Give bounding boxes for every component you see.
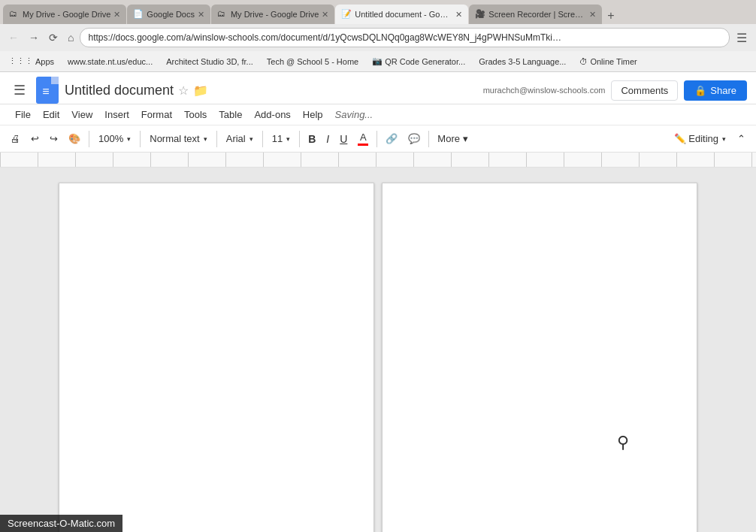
more-button[interactable]: More ▾ <box>433 130 472 147</box>
forward-button[interactable]: → <box>25 29 43 46</box>
tab-close-my-drive-2[interactable]: ✕ <box>322 10 328 20</box>
tab-title-untitled: Untitled document - Goo… <box>355 10 452 19</box>
font-size-select[interactable]: 11 ▾ <box>267 130 295 147</box>
font-value: Arial <box>226 133 246 144</box>
tab-screen-rec[interactable]: 🎥 Screen Recorder | Scree… ✕ <box>469 5 602 24</box>
share-lock-icon: 🔒 <box>694 85 706 96</box>
text-color-button[interactable]: A <box>353 128 373 149</box>
paint-format-button[interactable]: 🎨 <box>64 130 85 147</box>
bookmark-architect[interactable]: Architect Studio 3D, fr... <box>162 56 257 68</box>
separator-6 <box>376 131 377 147</box>
underline-button[interactable]: U <box>335 130 352 148</box>
doc-title-area: Untitled document ☆ 📁 <box>65 83 208 98</box>
bookmark-state-label: www.state.nt.us/educ... <box>68 57 153 66</box>
hamburger-menu-button[interactable]: ☰ <box>9 79 30 101</box>
docs-app: ☰ ≡ Untitled document ☆ 📁 murachch@winsl… <box>0 72 756 532</box>
share-label: Share <box>710 85 736 96</box>
bookmark-grades[interactable]: Grades 3-5 Language... <box>475 56 570 68</box>
bookmark-state[interactable]: www.state.nt.us/educ... <box>64 56 156 68</box>
bookmark-architect-label: Architect Studio 3D, fr... <box>166 57 253 66</box>
back-button[interactable]: ← <box>5 29 23 46</box>
tab-close-untitled[interactable]: ✕ <box>455 10 462 20</box>
bold-button[interactable]: B <box>304 130 320 148</box>
star-icon[interactable]: ☆ <box>178 83 189 98</box>
doc-page-wrapper: ⚲ <box>59 183 697 532</box>
tab-title-google-docs: Google Docs <box>147 10 195 19</box>
browser-menu-button[interactable]: ☰ <box>732 29 751 47</box>
editing-mode-select[interactable]: ✏️ Editing ▾ <box>669 130 731 147</box>
separator-5 <box>299 131 300 147</box>
style-select[interactable]: Normal text ▾ <box>144 130 212 147</box>
qr-icon: 📷 <box>372 56 383 66</box>
menu-addons[interactable]: Add-ons <box>248 106 296 123</box>
bookmark-qr-label: QR Code Generator... <box>385 57 465 66</box>
home-button[interactable]: ⌂ <box>64 29 77 46</box>
tab-close-screen-rec[interactable]: ✕ <box>589 10 596 20</box>
font-select[interactable]: Arial ▾ <box>221 130 259 147</box>
comments-button[interactable]: Comments <box>611 80 678 101</box>
doc-page-right[interactable]: ⚲ <box>382 183 697 532</box>
doc-title[interactable]: Untitled document <box>65 83 174 98</box>
bookmark-tech-label: Tech @ School 5 - Home <box>267 57 358 66</box>
menu-edit[interactable]: Edit <box>37 106 65 123</box>
text-cursor-icon: ⚲ <box>617 433 629 452</box>
undo-button[interactable]: ↩ <box>26 130 44 147</box>
italic-button[interactable]: I <box>322 130 334 148</box>
tab-my-drive-2[interactable]: 🗂 My Drive - Google Drive ✕ <box>211 5 334 24</box>
text-color-icon: A <box>358 131 368 146</box>
menu-insert[interactable]: Insert <box>98 106 135 123</box>
collapse-toolbar-button[interactable]: ⌃ <box>733 130 750 147</box>
zoom-select[interactable]: 100% ▾ <box>93 130 136 147</box>
separator-4 <box>262 131 263 147</box>
doc-pages: ⚲ <box>0 183 756 517</box>
font-chevron-icon: ▾ <box>249 135 253 143</box>
address-bar[interactable] <box>80 28 730 47</box>
folder-icon[interactable]: 📁 <box>193 83 208 98</box>
tab-favicon-my-drive: 🗂 <box>9 9 20 20</box>
redo-button[interactable]: ↪ <box>45 130 62 147</box>
bookmark-qr[interactable]: 📷 QR Code Generator... <box>368 55 469 68</box>
comment-button[interactable]: 💬 <box>404 130 425 147</box>
menu-tools[interactable]: Tools <box>178 106 213 123</box>
new-tab-button[interactable]: + <box>603 8 618 24</box>
separator-3 <box>216 131 217 147</box>
tab-title-my-drive: My Drive - Google Drive <box>23 10 110 19</box>
tab-favicon-my-drive-2: 🗂 <box>217 9 228 20</box>
bookmark-timer[interactable]: ⏱ Online Timer <box>576 56 640 68</box>
menu-table[interactable]: Table <box>213 106 248 123</box>
browser-chrome: 🗂 My Drive - Google Drive ✕ 📄 Google Doc… <box>0 0 756 72</box>
bookmarks-bar: ⋮⋮⋮ Apps www.state.nt.us/educ... Archite… <box>0 51 756 72</box>
screencast-watermark: Screencast-O-Matic.com <box>0 515 122 532</box>
style-chevron-icon: ▾ <box>204 135 207 143</box>
bookmark-apps[interactable]: ⋮⋮⋮ Apps <box>5 55 58 68</box>
refresh-button[interactable]: ⟳ <box>45 29 62 46</box>
ruler <box>0 153 756 168</box>
style-value: Normal text <box>150 133 199 144</box>
tab-close-google-docs[interactable]: ✕ <box>198 10 204 20</box>
tab-favicon-untitled: 📝 <box>341 9 352 20</box>
ruler-marks <box>0 153 756 167</box>
share-button[interactable]: 🔒 Share <box>684 80 747 101</box>
menu-help[interactable]: Help <box>297 106 329 123</box>
tab-google-docs[interactable]: 📄 Google Docs ✕ <box>127 5 210 24</box>
menu-file[interactable]: File <box>9 106 37 123</box>
menu-bar: File Edit View Insert Format Tools Table… <box>0 104 756 125</box>
document-area[interactable]: ⚲ <box>0 168 756 532</box>
tab-my-drive[interactable]: 🗂 My Drive - Google Drive ✕ <box>3 5 126 24</box>
tab-close-my-drive[interactable]: ✕ <box>113 10 120 20</box>
apps-icon: ⋮⋮⋮ <box>8 56 33 66</box>
bookmark-tech[interactable]: Tech @ School 5 - Home <box>263 56 362 68</box>
zoom-value: 100% <box>98 133 123 144</box>
menu-view[interactable]: View <box>65 106 98 123</box>
menu-format[interactable]: Format <box>135 106 178 123</box>
tab-untitled-doc[interactable]: 📝 Untitled document - Goo… ✕ <box>335 5 468 24</box>
doc-page-left[interactable] <box>59 183 374 532</box>
docs-header: ☰ ≡ Untitled document ☆ 📁 murachch@winsl… <box>0 72 756 104</box>
color-underline <box>358 144 368 146</box>
separator-1 <box>89 131 89 147</box>
zoom-chevron-icon: ▾ <box>127 135 131 143</box>
browser-controls: ← → ⟳ ⌂ ☰ <box>0 24 756 51</box>
print-button[interactable]: 🖨 <box>6 130 25 147</box>
docs-icon-letter: ≡ <box>42 85 49 98</box>
link-button[interactable]: 🔗 <box>381 130 402 147</box>
